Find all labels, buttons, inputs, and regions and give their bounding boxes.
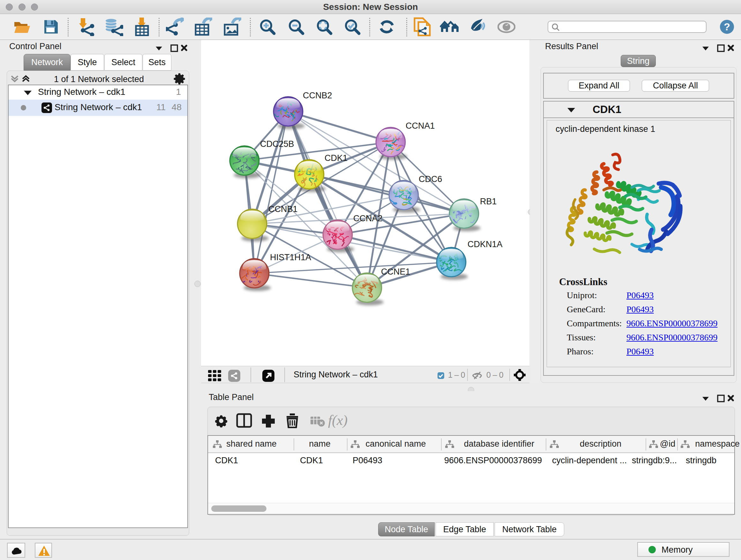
svg-text:CCNB1: CCNB1 (268, 204, 298, 214)
svg-text:CDKN1A: CDKN1A (468, 240, 502, 249)
svg-text:HIST1H1A: HIST1H1A (270, 253, 311, 262)
svg-text:RB1: RB1 (480, 197, 497, 206)
svg-text:CCNA2: CCNA2 (353, 213, 383, 223)
svg-text:CDC6: CDC6 (419, 174, 442, 184)
svg-text:CCNB2: CCNB2 (303, 91, 332, 100)
svg-text:CCNA1: CCNA1 (406, 121, 435, 131)
svg-text:CDK1: CDK1 (325, 153, 347, 163)
svg-text:CCNE1: CCNE1 (381, 267, 410, 276)
svg-text:CDC25B: CDC25B (260, 139, 294, 149)
svg-text:f(x): f(x) (328, 413, 347, 428)
